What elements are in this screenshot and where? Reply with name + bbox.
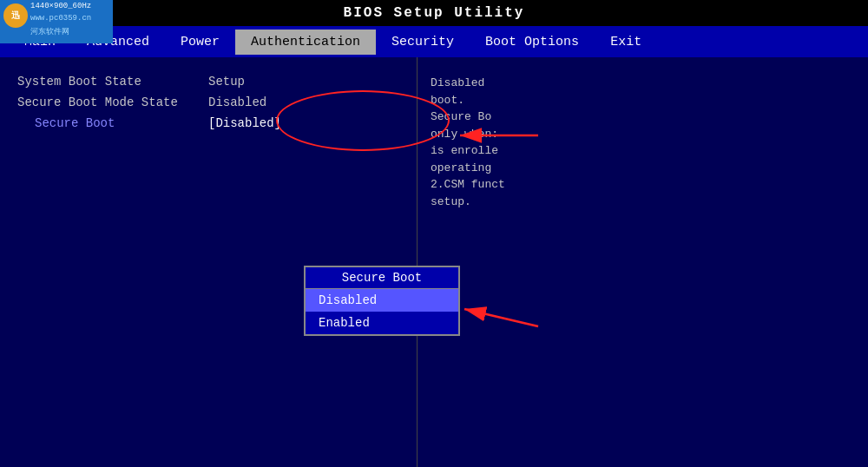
secure-boot-mode-label: Secure Boot Mode State <box>17 95 208 109</box>
dropdown-popup: Secure Boot Disabled Enabled <box>304 266 460 336</box>
secure-boot-row: Secure Boot [Disabled] <box>17 116 399 130</box>
nav-boot-options[interactable]: Boot Options <box>470 30 595 55</box>
nav-power[interactable]: Power <box>165 30 235 55</box>
right-panel-line-6: operating <box>431 160 855 177</box>
nav-authentication[interactable]: Authentication <box>235 30 376 55</box>
right-panel-line-4: only when: <box>431 126 855 143</box>
watermark: 迅 1440×900_60Hz www.pc0359.cn 河东软件网 <box>0 0 113 43</box>
right-panel-line-5: is enrolle <box>431 142 855 160</box>
nav-exit[interactable]: Exit <box>595 30 657 55</box>
system-boot-state-value: Setup <box>208 75 245 89</box>
dropdown-title: Secure Boot <box>306 267 458 289</box>
content-area: System Boot State Setup Secure Boot Mode… <box>0 57 868 467</box>
dropdown-option-disabled[interactable]: Disabled <box>306 289 458 312</box>
system-boot-state-row: System Boot State Setup <box>17 75 399 89</box>
right-panel-line-3: Secure Bo <box>431 109 855 126</box>
left-panel: System Boot State Setup Secure Boot Mode… <box>0 57 417 467</box>
secure-boot-mode-row: Secure Boot Mode State Disabled <box>17 95 399 109</box>
watermark-site1: 河东软件网 <box>30 26 69 37</box>
secure-boot-label: Secure Boot <box>17 116 208 130</box>
secure-boot-value[interactable]: [Disabled] <box>208 116 281 130</box>
right-panel-line-7: 2.CSM funct <box>431 176 855 194</box>
watermark-resolution: 1440×900_60Hz <box>30 2 91 10</box>
nav-security[interactable]: Security <box>376 30 470 55</box>
right-panel-line-2: boot. <box>431 92 855 109</box>
watermark-site2: www.pc0359.cn <box>30 14 91 23</box>
right-panel-line-8: setup. <box>431 194 855 211</box>
right-panel-line-1: Disabled <box>431 75 855 92</box>
secure-boot-mode-value: Disabled <box>208 95 266 109</box>
nav-bar: Main Advanced Power Authentication Secur… <box>0 26 868 57</box>
watermark-logo: 迅 <box>3 3 28 28</box>
system-boot-state-label: System Boot State <box>17 75 208 89</box>
bios-title: BIOS Setup Utility <box>0 0 868 26</box>
dropdown-option-enabled[interactable]: Enabled <box>306 312 458 334</box>
right-panel: Disabled boot. Secure Bo only when: is e… <box>417 57 868 467</box>
